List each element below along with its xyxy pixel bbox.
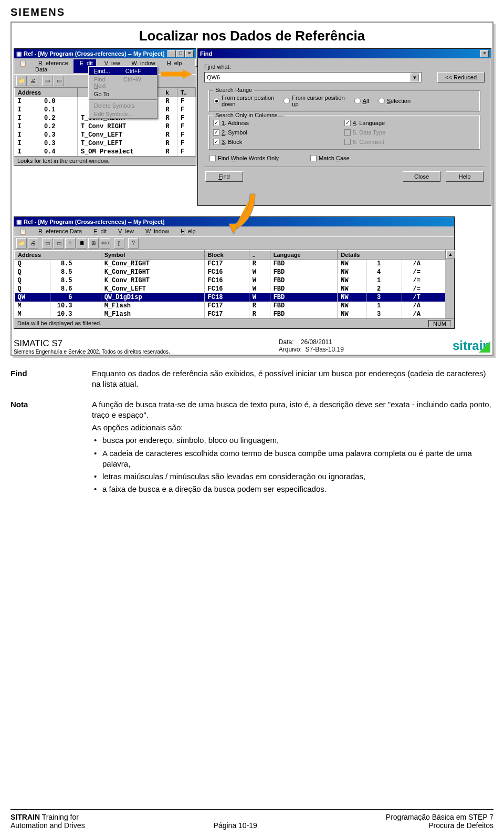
chk-address[interactable]: ✓1. Address <box>213 120 344 126</box>
toolbar-help-icon[interactable]: ? <box>128 238 139 249</box>
list-item: a faixa de busca e a direção da busca po… <box>92 484 494 494</box>
table-row[interactable]: Q 8.5K_Conv_RIGHTFC16WFBDNW 4 /= <box>15 268 446 276</box>
statusbar-2: Data will be displayed as filtered. NUM <box>14 318 454 328</box>
window-title-2: Ref - [My Program (Cross-references) -- … <box>24 219 164 225</box>
col-details[interactable]: Details <box>338 251 446 260</box>
chk-match-case[interactable]: Match Case <box>310 155 350 161</box>
app-icon: ▣ <box>16 50 22 57</box>
toolbar-button[interactable]: ≣ <box>77 238 87 249</box>
table-row[interactable]: Q 8.5K_Conv_RIGHTFC17RFBDNW 1 /A <box>15 260 446 268</box>
siemens-logo: SIEMENS <box>10 6 494 18</box>
toolbar-button[interactable]: ▭ <box>42 238 52 249</box>
page-number: Página 10-19 <box>214 821 257 830</box>
menu-item-goto[interactable]: Go To <box>89 90 157 98</box>
slide-title: Localizar nos Dados de Referência <box>14 23 490 48</box>
toolbar-button[interactable]: 🖨 <box>28 238 38 249</box>
dropdown-arrow-icon[interactable]: ▾ <box>411 74 419 81</box>
close-button[interactable]: Close <box>403 171 440 182</box>
find-input[interactable]: QW6 ▾ <box>204 72 422 82</box>
radio-from-cursor-up[interactable]: From cursor positionup <box>284 95 344 107</box>
table-row[interactable]: I 0.4S_OM PreselectRF <box>15 148 196 156</box>
menu-help[interactable]: Help <box>161 59 185 73</box>
table-row[interactable]: M 10.3M_FlashFC17RFBDNW 3 /A <box>15 310 446 318</box>
table-row[interactable]: M 10.3M_FlashFC17RFBDNW 1 /A <box>15 302 446 310</box>
toolbar-button[interactable]: M10× <box>100 238 110 249</box>
toolbar-button[interactable]: ≡ <box>65 238 76 249</box>
reduced-button[interactable]: << Reduced <box>437 72 485 82</box>
app-icon: ▣ <box>16 219 22 225</box>
list-item: letras maiúsculas / minúsculas são levad… <box>92 471 494 482</box>
chk-block[interactable]: ✓3. Block <box>213 139 344 145</box>
radio-all[interactable]: All <box>354 95 369 107</box>
table-row[interactable]: Q 8.6K_Conv_LEFTFC16WFBDNW 2 /= <box>15 285 446 293</box>
find-paragraph: Enquanto os dados de referência são exib… <box>92 368 494 390</box>
find-button[interactable]: Find <box>205 171 243 182</box>
col-symbol[interactable]: Symbol <box>101 251 204 260</box>
toolbar-button[interactable]: ▭ <box>54 238 64 249</box>
nota-heading: Nota <box>10 399 92 497</box>
titlebar-1: ▣Ref - [My Program (Cross-references) --… <box>14 49 196 58</box>
table-row[interactable]: Q 8.5K_Conv_RIGHTFC16WFBDNW 1 /= <box>15 276 446 285</box>
toolbar-button[interactable]: 🖨 <box>28 76 38 86</box>
menu-item-edit-symbols: Edit Symbols... <box>89 110 157 118</box>
vertical-scrollbar[interactable]: ▲ <box>446 250 454 318</box>
find-dialog: Find × Find what: QW6 ▾ << Reduced Searc… <box>197 48 491 206</box>
search-range-legend: Search Range <box>213 87 254 93</box>
arrow-curve-icon <box>224 191 260 239</box>
corner-triangle-icon <box>479 341 490 353</box>
table-row[interactable]: I 0.2T_Conv_RIGHTRF <box>15 122 196 131</box>
chk-whole-words[interactable]: Find Whole Words Only <box>209 155 279 161</box>
menu-reference-data[interactable]: Reference Data <box>32 228 85 235</box>
col-t[interactable]: T.. <box>177 88 196 97</box>
description-text: Find Enquanto os dados de referência são… <box>10 368 494 497</box>
toolbar-button[interactable]: 📁 <box>16 238 27 249</box>
menu-reference-data[interactable]: Reference Data <box>32 59 71 73</box>
find-what-label: Find what: <box>204 64 485 70</box>
table-row[interactable]: QW 6QW_DigDispFC18WFBDNW 3 /T <box>15 293 446 302</box>
radio-from-cursor-down[interactable]: From cursor positiondown <box>213 95 274 107</box>
col-language[interactable]: Language <box>270 251 338 260</box>
toolbar-button[interactable]: ▭ <box>54 76 64 86</box>
col-block[interactable]: Block <box>204 251 249 260</box>
help-button[interactable]: Help <box>446 171 484 182</box>
scroll-up-icon[interactable]: ▲ <box>446 250 455 259</box>
toolbar-button[interactable]: ▭ <box>42 76 52 86</box>
menu-item-delete-symbols: Delete Symbols <box>89 101 157 110</box>
radio-selection[interactable]: Selection <box>379 95 411 107</box>
menu-view[interactable]: View <box>112 228 137 235</box>
xref-table-2: Address Symbol Block .. Language Details… <box>14 250 446 318</box>
list-item: busca por endereço, símbolo, bloco ou li… <box>92 435 494 446</box>
nota-paragraph-2: As opções adicionais são: <box>92 422 494 433</box>
chk-language[interactable]: ✓4. Language <box>344 120 476 126</box>
chk-datatype: 5. Data Type <box>344 129 476 136</box>
chk-symbol[interactable]: ✓2. Symbol <box>213 129 344 136</box>
menu-window[interactable]: Window <box>139 228 172 235</box>
col-dots[interactable]: .. <box>249 251 270 260</box>
menu-item-find[interactable]: Find...Ctrl+F <box>89 67 157 75</box>
minimize-icon[interactable]: _ <box>167 50 176 57</box>
menu-help[interactable]: Help <box>174 228 199 235</box>
chk-comment: 6: Comment <box>344 139 476 145</box>
find-input-value: QW6 <box>207 74 220 80</box>
page-footer: SITRAIN Training for Automation and Driv… <box>10 809 494 830</box>
table-row[interactable]: I 0.3T_Conv_LEFTRF <box>15 131 196 139</box>
toolbar-button[interactable]: ▯ <box>114 238 124 249</box>
find-titlebar: Find × <box>198 49 491 58</box>
maximize-icon[interactable]: □ <box>176 50 185 57</box>
toolbar-button[interactable]: ⊞ <box>88 238 99 249</box>
menu-edit[interactable]: Edit <box>87 228 110 235</box>
close-icon[interactable]: × <box>480 50 489 57</box>
toolbar-button[interactable]: 📁 <box>16 76 27 86</box>
statusbar-1: Looks for text in the current window. <box>14 156 196 165</box>
nota-paragraph-1: A função de busca trata-se de uma busca … <box>92 399 494 421</box>
col-address[interactable]: Address <box>15 251 101 260</box>
col-address[interactable]: Address <box>15 88 78 97</box>
num-lock-indicator: NUM <box>428 320 451 327</box>
close-icon[interactable]: × <box>185 50 194 57</box>
list-item: A cadeia de caracteres escolhida como te… <box>92 448 494 470</box>
slide-info-left: SIMATIC S7 Siemens Engenharia e Service … <box>14 338 170 355</box>
window-title-1: Ref - [My Program (Cross-references) -- … <box>24 50 164 57</box>
table-row[interactable]: I 0.3T_Conv_LEFTRF <box>15 139 196 148</box>
slide-container: Localizar nos Dados de Referência ▣Ref -… <box>10 22 494 356</box>
search-columns-legend: Search Only in Columns... <box>213 112 285 118</box>
